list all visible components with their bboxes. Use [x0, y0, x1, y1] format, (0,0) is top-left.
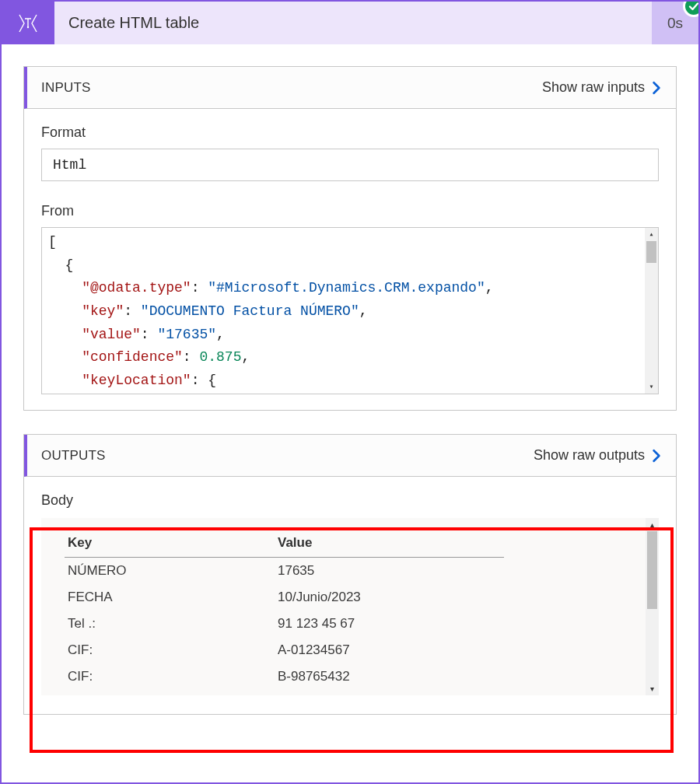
table-cell-key: CIF:	[65, 663, 275, 690]
scroll-up-button[interactable]: ▴	[645, 228, 658, 241]
code-scrollbar[interactable]: ▴ ▾	[645, 228, 658, 394]
body-label: Body	[41, 492, 659, 509]
table-cell-key: CIF:	[65, 637, 275, 663]
outputs-card-body: Body Key Value NÚMERO17635FECHA10/Junio/…	[24, 477, 676, 714]
check-icon	[688, 0, 700, 12]
table-header-value: Value	[275, 530, 504, 558]
table-cell-value: 17635	[275, 558, 504, 585]
table-cell-value: A-01234567	[275, 637, 504, 663]
format-label: Format	[41, 124, 659, 141]
body-table: Key Value NÚMERO17635FECHA10/Junio/2023T…	[65, 530, 504, 690]
svg-point-0	[27, 26, 29, 27]
action-title: Create HTML table	[54, 2, 652, 44]
table-cell-value: 91 123 45 67	[275, 611, 504, 637]
table-row: FECHA10/Junio/2023	[65, 584, 504, 611]
table-row: NÚMERO17635	[65, 558, 504, 585]
table-row: CIF:A-01234567	[65, 637, 504, 663]
table-row: CIF:B-98765432	[65, 663, 504, 690]
from-label: From	[41, 203, 659, 219]
table-cell-key: NÚMERO	[65, 558, 275, 585]
outputs-title: OUTPUTS	[41, 448, 106, 464]
table-cell-key: FECHA	[65, 584, 275, 611]
inputs-card-header: INPUTS Show raw inputs	[24, 67, 676, 109]
action-header: Create HTML table 0s	[2, 2, 698, 44]
content-area: INPUTS Show raw inputs Format Html From …	[2, 44, 698, 737]
inputs-title: INPUTS	[41, 80, 91, 96]
format-value-box: Html	[41, 149, 659, 181]
action-icon-box	[2, 2, 54, 44]
chevron-right-icon	[649, 449, 663, 463]
show-raw-outputs-label: Show raw outputs	[534, 447, 645, 464]
table-row: Tel .:91 123 45 67	[65, 611, 504, 637]
table-header-row: Key Value	[65, 530, 504, 558]
table-cell-value: 10/Junio/2023	[275, 584, 504, 611]
inputs-card: INPUTS Show raw inputs Format Html From …	[23, 66, 677, 411]
show-raw-inputs-link[interactable]: Show raw inputs	[542, 79, 663, 96]
scroll-down-button[interactable]: ▾	[645, 380, 658, 394]
data-operation-icon	[15, 10, 41, 37]
table-cell-value: B-98765432	[275, 663, 504, 690]
code-content: [ { "@odata.type": "#Microsoft.Dynamics.…	[42, 228, 658, 394]
inputs-card-body: Format Html From [ { "@odata.type": "#Mi…	[24, 109, 676, 410]
from-code-block[interactable]: [ { "@odata.type": "#Microsoft.Dynamics.…	[41, 227, 659, 394]
table-cell-key: Tel .:	[65, 611, 275, 637]
scroll-up-button[interactable]: ▴	[646, 518, 659, 531]
outputs-card-header: OUTPUTS Show raw outputs	[24, 435, 676, 477]
chevron-right-icon	[649, 81, 663, 95]
body-table-wrap: Key Value NÚMERO17635FECHA10/Junio/2023T…	[41, 518, 659, 695]
scroll-thumb[interactable]	[647, 531, 657, 609]
outputs-card: OUTPUTS Show raw outputs Body Key Value …	[23, 434, 677, 715]
table-header-key: Key	[65, 530, 275, 558]
show-raw-outputs-link[interactable]: Show raw outputs	[534, 447, 663, 464]
scroll-down-button[interactable]: ▾	[646, 682, 659, 695]
show-raw-inputs-label: Show raw inputs	[542, 79, 645, 96]
scroll-thumb[interactable]	[646, 241, 656, 263]
body-scrollbar[interactable]: ▴ ▾	[646, 518, 659, 695]
